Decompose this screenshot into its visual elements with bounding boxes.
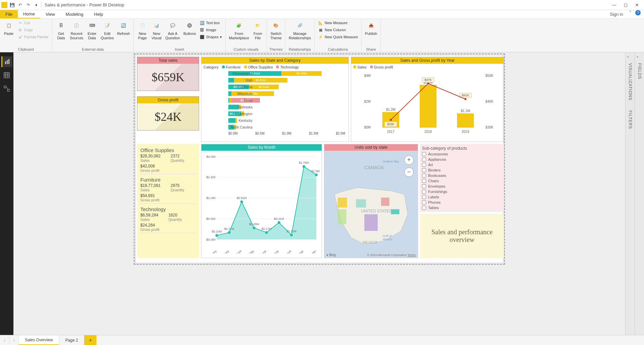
format-painter-button[interactable]: 🖌Format Painter <box>16 34 50 40</box>
svg-rect-2 <box>8 59 9 64</box>
save-icon[interactable]: 💾 <box>9 2 15 8</box>
new-page-button[interactable]: 📄New Page <box>136 19 149 41</box>
slicer-subcategory[interactable]: Sub-category of products AccessoriesAppl… <box>420 144 504 212</box>
svg-text:Mexico: Mexico <box>383 238 392 241</box>
qat-dropdown-icon[interactable]: ▾ <box>34 2 39 8</box>
modeling-tab[interactable]: Modeling <box>60 10 89 18</box>
clipboard-group-label: Clipboard <box>2 47 50 52</box>
map-visual[interactable]: Units sold by state + − CANADA U <box>324 144 418 258</box>
new-quick-measure-button[interactable]: ⚡New Quick Measure <box>317 34 359 40</box>
slicer-item[interactable]: Chairs <box>422 178 502 184</box>
from-file-button[interactable]: 📁From File <box>251 19 265 41</box>
report-canvas-wrap[interactable]: Total sales $659K Gross profit $24K Sale… <box>13 52 625 335</box>
model-view-icon[interactable] <box>1 83 12 94</box>
report-canvas[interactable]: Total sales $659K Gross profit $24K Sale… <box>135 55 503 263</box>
title-card: Sales and performance overview <box>420 214 504 258</box>
tab-page-2[interactable]: Page 2 <box>59 335 84 345</box>
svg-text:2019: 2019 <box>462 130 469 134</box>
slicer-item[interactable]: Binders <box>422 167 502 173</box>
slicer-item[interactable]: Bookcases <box>422 173 502 178</box>
line-chart[interactable]: Sales by Month $0.0M$0.5M$1.0M$1.5M$2.0M… <box>201 144 322 258</box>
svg-rect-73 <box>338 198 347 208</box>
buttons-button[interactable]: 🔘Buttons <box>182 19 197 37</box>
kpi-total-sales[interactable]: Total sales $659K <box>137 57 199 91</box>
tab-next-button[interactable]: › <box>9 335 19 345</box>
cut-button[interactable]: ✂Cut <box>16 19 50 26</box>
help-tab[interactable]: Help <box>89 10 108 18</box>
kpi-total-sales-value: $659K <box>137 64 199 91</box>
map-zoom-out-button[interactable]: − <box>404 167 414 177</box>
svg-text:$2.0M: $2.0M <box>206 154 215 158</box>
svg-text:$2M: $2M <box>364 100 371 103</box>
textbox-button[interactable]: 🔤Text box <box>198 19 223 26</box>
manage-relationships-button[interactable]: 🔗Manage Relationships <box>287 19 312 41</box>
svg-rect-23 <box>457 113 474 128</box>
undo-icon[interactable]: ↶ <box>17 2 23 8</box>
tab-sales-overview[interactable]: Sales Overview <box>19 335 59 345</box>
close-button[interactable]: ✕ <box>635 3 639 7</box>
home-tab[interactable]: Home <box>18 10 40 18</box>
svg-text:$0.28M: $0.28M <box>249 223 259 226</box>
custom-visuals-group-label: Custom visuals <box>228 47 265 52</box>
data-view-icon[interactable] <box>1 70 12 81</box>
slicer-item[interactable]: Furnishings <box>422 189 502 194</box>
slicer-item[interactable]: Envelopes <box>422 184 502 189</box>
enter-data-button[interactable]: ⌨Enter Data <box>85 19 99 41</box>
ask-question-button[interactable]: 💬Ask A Question <box>164 19 181 41</box>
image-button[interactable]: 🖼Image <box>198 27 223 33</box>
map-svg: CANADA UNITED STATES MEXICO Gulf of Mexi… <box>324 151 418 258</box>
svg-text:$30K: $30K <box>486 126 494 129</box>
window-title: Sales & performance - Power BI Desktop <box>45 2 124 7</box>
svg-text:June: June <box>260 249 267 253</box>
get-data-button[interactable]: 🗄Get Data <box>54 19 68 41</box>
refresh-button[interactable]: 🔄Refresh <box>116 19 132 37</box>
slicer-item[interactable]: Art <box>422 162 502 167</box>
shapes-button[interactable]: ⬛Shapes ▾ <box>198 34 223 40</box>
combo-chart[interactable]: Sales and Gross profit by Year Sales Gro… <box>351 57 504 142</box>
combo-chart-title: Sales and Gross profit by Year <box>351 57 504 64</box>
collapse-ribbon-icon[interactable]: ⌃ <box>629 10 633 15</box>
add-page-button[interactable]: + <box>84 335 97 345</box>
redo-icon[interactable]: ↷ <box>26 2 31 8</box>
svg-line-10 <box>6 87 8 89</box>
new-measure-button[interactable]: 📐New Measure <box>317 19 359 26</box>
expand-vis-icon[interactable]: ‹ <box>628 54 633 60</box>
minimize-button[interactable]: — <box>612 3 616 7</box>
svg-text:CANADA: CANADA <box>364 165 384 170</box>
switch-theme-button[interactable]: 🎨Switch Theme <box>269 19 283 41</box>
expand-fields-icon[interactable]: ‹ <box>637 54 642 60</box>
svg-text:$0.91M: $0.91M <box>237 196 247 200</box>
recent-sources-button[interactable]: 🕘Recent Sources <box>68 19 85 41</box>
map-zoom-in-button[interactable]: + <box>404 155 414 165</box>
kpi-gross-profit[interactable]: Gross profit $24K <box>137 96 199 131</box>
svg-text:$0.41M: $0.41M <box>274 217 284 220</box>
help-icon[interactable]: ? <box>635 10 641 15</box>
slicer-item[interactable]: Tables <box>422 205 502 210</box>
maximize-button[interactable]: ▢ <box>623 3 628 7</box>
view-tab[interactable]: View <box>40 10 60 18</box>
svg-text:$0.17M: $0.17M <box>224 227 234 231</box>
bar-chart[interactable]: Sales by State and Category Category Fur… <box>201 57 349 142</box>
svg-text:$50K: $50K <box>486 74 494 78</box>
category-list[interactable]: Office Supplies $28,30,082Sales 2372Quan… <box>137 144 199 258</box>
edit-queries-button[interactable]: 📝Edit Queries <box>99 19 115 41</box>
svg-text:2017: 2017 <box>387 130 395 134</box>
slicer-item[interactable]: Labels <box>422 194 502 200</box>
copy-button[interactable]: ⧉Copy <box>16 27 50 33</box>
svg-text:$1.5M: $1.5M <box>206 175 215 179</box>
sign-in-button[interactable]: Sign in <box>606 10 627 18</box>
paste-button[interactable]: 📋Paste <box>2 19 15 37</box>
slicer-item[interactable]: Appliances <box>422 157 502 162</box>
slicer-item[interactable]: Accessories <box>422 151 502 157</box>
slicer-item[interactable]: Phones <box>422 200 502 205</box>
publish-button[interactable]: 📤Publish <box>364 19 378 37</box>
new-column-button[interactable]: ▦New Column <box>317 27 359 33</box>
report-view-icon[interactable] <box>1 56 12 67</box>
new-visual-button[interactable]: 📊New Visual <box>150 19 163 41</box>
fields-pane[interactable]: ‹ FIELDS <box>635 52 644 335</box>
file-menu[interactable]: File <box>0 10 18 18</box>
tab-prev-button[interactable]: ‹ <box>0 335 9 345</box>
visualizations-pane[interactable]: ‹ VISUALIZATIONS FILTERS <box>625 52 635 335</box>
svg-text:$1.1M: $1.1M <box>461 109 470 113</box>
from-marketplace-button[interactable]: 🧩From Marketplace <box>228 19 250 41</box>
